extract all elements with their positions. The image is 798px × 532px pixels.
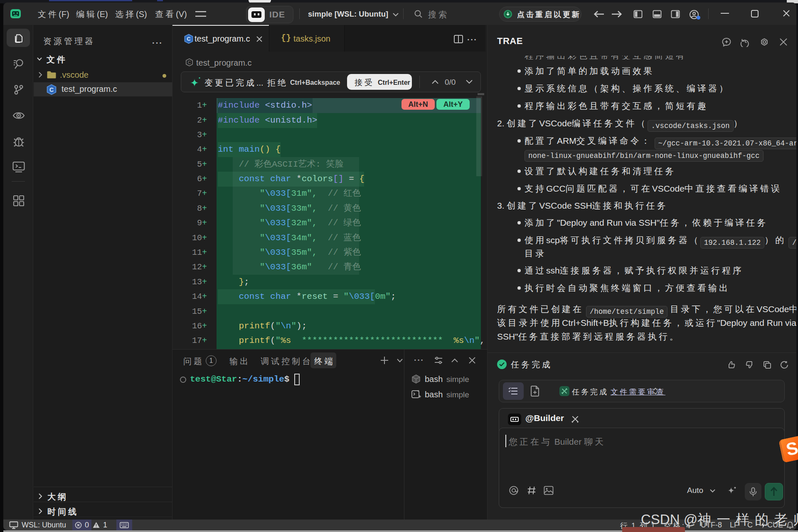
svg-text:C: C [49, 86, 54, 93]
svg-text:C: C [187, 36, 190, 42]
svg-text:C: C [188, 60, 191, 65]
